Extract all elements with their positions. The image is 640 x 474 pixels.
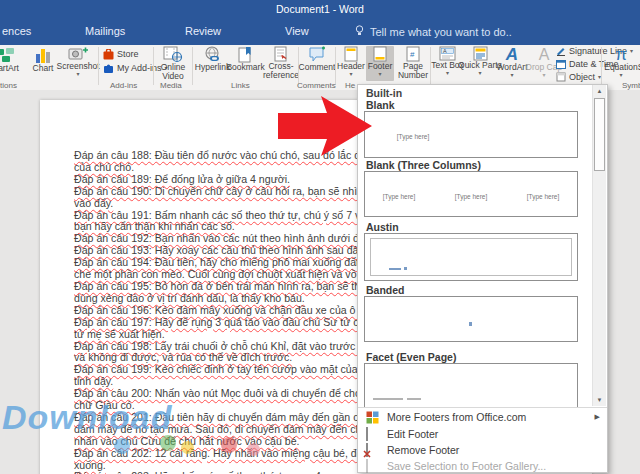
footer-button[interactable]: Footer▾: [366, 46, 394, 81]
lightbulb-icon: [355, 25, 364, 38]
screenshot-button[interactable]: Screenshot▾: [59, 46, 97, 81]
menu-item-more-footers[interactable]: More Footers from Office.com ▶: [358, 409, 607, 425]
group-addins: Add-ins: [110, 81, 137, 90]
hyperlink-button[interactable]: Hyperlink: [196, 46, 229, 81]
store-button[interactable]: Store: [103, 48, 139, 60]
page-number-icon: #: [406, 46, 420, 62]
menu-item-save-selection[interactable]: Save Selection to Footer Gallery...: [358, 458, 607, 474]
group-media: Media: [160, 81, 182, 90]
gallery-item-blank3-label: Blank (Three Columns): [366, 159, 481, 171]
menu-item-edit-footer[interactable]: Edit Footer: [358, 426, 607, 442]
red-arrow-annotation: [270, 90, 380, 165]
wordart-button[interactable]: A WordArt▾: [497, 46, 527, 81]
wordart-icon: A: [506, 46, 518, 63]
group-comments: Comments: [297, 81, 336, 90]
remove-footer-icon: [366, 444, 379, 457]
comment-button[interactable]: Comment: [300, 46, 334, 81]
header-icon: [344, 46, 358, 62]
online-video-icon: [163, 46, 183, 63]
svg-text:#: #: [410, 50, 415, 59]
cross-reference-icon: [273, 46, 289, 62]
menu-separator: [358, 407, 607, 408]
quick-parts-icon: [473, 46, 488, 61]
group-links: Links: [231, 81, 250, 90]
online-video-button[interactable]: Online Video: [155, 46, 191, 81]
date-time-icon: [556, 59, 566, 69]
header-button[interactable]: Header▾: [337, 46, 365, 81]
bookmark-button[interactable]: Bookmark: [229, 46, 262, 81]
group-illustrations: tions: [0, 81, 17, 90]
gallery-item-austin[interactable]: [364, 233, 578, 281]
gallery-item-blank[interactable]: [Type here]: [364, 111, 578, 158]
scroll-down-button[interactable]: ▼: [593, 394, 606, 406]
window-title: Document1 - Word: [0, 3, 640, 15]
equation-icon: π: [615, 46, 627, 63]
ribbon-tab-bar: ences Mailings Review View Tell me what …: [0, 18, 640, 45]
object-icon: [556, 72, 566, 82]
equation-button[interactable]: π Equation▾: [604, 46, 638, 81]
austin-preview-pagenum: [404, 267, 407, 270]
gallery-item-blank-three-columns[interactable]: [Type here] [Type here] [Type here]: [364, 171, 578, 217]
gallery-scrollbar[interactable]: ▲ ▼: [592, 85, 606, 406]
save-gallery-icon: [366, 460, 379, 473]
svg-text:A: A: [443, 48, 447, 54]
smartart-button[interactable]: martArt: [0, 46, 26, 81]
hyperlink-icon: [203, 46, 222, 63]
scrollbar-thumb[interactable]: [594, 98, 605, 171]
quick-parts-button[interactable]: Quick Parts▾: [464, 46, 496, 81]
banded-preview-pagenum: [469, 322, 472, 326]
tab-review[interactable]: Review: [185, 25, 221, 37]
austin-preview-mark: [389, 268, 401, 270]
comment-icon: [308, 46, 327, 63]
menu-item-remove-footer[interactable]: Remove Footer: [358, 442, 607, 458]
tab-mailings[interactable]: Mailings: [85, 25, 125, 37]
store-icon: [103, 49, 114, 60]
scroll-up-button[interactable]: ▲: [593, 85, 606, 97]
edit-footer-icon: [366, 428, 379, 441]
gallery-item-austin-label: Austin: [366, 221, 399, 233]
austin-preview-rule: [370, 238, 572, 276]
group-header-footer: He: [345, 81, 355, 90]
office-gallery-icon: [366, 411, 379, 424]
gallery-item-banded[interactable]: [364, 296, 578, 342]
facet-preview-date: [407, 398, 421, 401]
tell-me-label: Tell me what you want to do..: [370, 26, 512, 38]
gallery-item-facet-label: Facet (Even Page): [366, 351, 456, 363]
bookmark-icon: [238, 46, 253, 63]
facet-preview-author: [373, 398, 403, 401]
gallery-item-facet-even-page[interactable]: [364, 363, 578, 408]
group-symbols: Symbol: [622, 81, 640, 90]
screenshot-icon: [68, 46, 88, 62]
tab-view[interactable]: View: [285, 25, 309, 37]
chart-button[interactable]: Chart: [27, 46, 59, 81]
title-bar: Document1 - Word: [0, 0, 640, 18]
submenu-arrow-icon: ▶: [595, 413, 600, 421]
tab-references[interactable]: ences: [2, 25, 31, 37]
drop-cap-icon: A: [539, 46, 550, 63]
text-box-icon: A: [439, 46, 456, 61]
smartart-icon: [0, 46, 16, 64]
word-window: Document1 - Word ences Mailings Review V…: [0, 0, 640, 474]
signature-line-icon: [556, 46, 566, 56]
page-number-button[interactable]: # Page Number: [395, 46, 431, 81]
gallery-item-banded-label: Banded: [366, 284, 405, 296]
footer-dropdown-panel: Built-in Blank [Type here] Blank (Three …: [357, 84, 608, 473]
cross-reference-button[interactable]: Cross-reference: [260, 46, 302, 81]
tell-me-box[interactable]: Tell me what you want to do..: [355, 25, 512, 38]
chart-icon: [34, 46, 52, 64]
my-addins-icon: [103, 63, 114, 74]
object-button[interactable]: Object▾: [556, 71, 601, 83]
footer-icon: [373, 46, 387, 62]
